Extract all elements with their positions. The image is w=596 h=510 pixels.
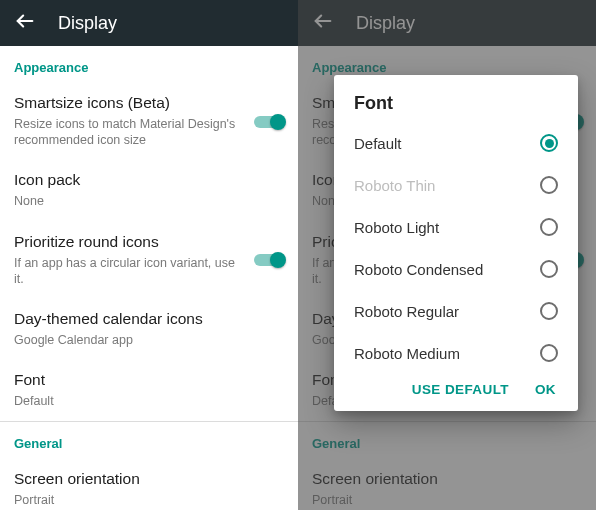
- font-option-roboto-condensed[interactable]: Roboto Condensed: [334, 248, 578, 290]
- font-option-roboto-regular[interactable]: Roboto Regular: [334, 290, 578, 332]
- radio-icon: [540, 344, 558, 362]
- item-sub: None: [14, 193, 284, 209]
- stage: Display Appearance Smartsize icons (Beta…: [0, 0, 596, 510]
- radio-icon: [540, 176, 558, 194]
- option-label: Roboto Medium: [354, 345, 460, 362]
- item-sub: If an app has a circular icon variant, u…: [14, 255, 284, 288]
- item-title: Font: [14, 370, 284, 391]
- dialog-options: Default Roboto Thin Roboto Light Roboto …: [334, 122, 578, 374]
- option-label: Roboto Thin: [354, 177, 435, 194]
- option-label: Roboto Condensed: [354, 261, 483, 278]
- toggle-switch[interactable]: [254, 112, 284, 132]
- settings-list: Appearance Smartsize icons (Beta) Resize…: [0, 46, 298, 510]
- option-label: Roboto Light: [354, 219, 439, 236]
- radio-icon: [540, 134, 558, 152]
- appbar: Display: [0, 0, 298, 46]
- use-default-button[interactable]: USE DEFAULT: [412, 382, 509, 397]
- item-sub: Portrait: [14, 492, 284, 508]
- item-font[interactable]: Font Default: [0, 360, 298, 421]
- item-title: Prioritize round icons: [14, 232, 284, 253]
- item-icon-pack[interactable]: Icon pack None: [0, 160, 298, 221]
- item-title: Screen orientation: [14, 469, 284, 490]
- item-title: Icon pack: [14, 170, 284, 191]
- item-title: Day-themed calendar icons: [14, 309, 284, 330]
- font-option-default[interactable]: Default: [334, 122, 578, 164]
- radio-icon: [540, 302, 558, 320]
- back-arrow-icon[interactable]: [14, 10, 36, 36]
- section-header-appearance: Appearance: [0, 46, 298, 83]
- option-label: Roboto Regular: [354, 303, 459, 320]
- toggle-switch[interactable]: [254, 250, 284, 270]
- section-header-general: General: [0, 422, 298, 459]
- font-option-roboto-thin[interactable]: Roboto Thin: [334, 164, 578, 206]
- appbar-title: Display: [58, 13, 117, 34]
- ok-button[interactable]: OK: [535, 382, 556, 397]
- radio-icon: [540, 260, 558, 278]
- item-prioritize-round-icons[interactable]: Prioritize round icons If an app has a c…: [0, 222, 298, 299]
- left-pane: Display Appearance Smartsize icons (Beta…: [0, 0, 298, 510]
- item-sub: Default: [14, 393, 284, 409]
- item-sub: Resize icons to match Material Design's …: [14, 116, 284, 149]
- item-sub: Google Calendar app: [14, 332, 284, 348]
- item-screen-orientation[interactable]: Screen orientation Portrait: [0, 459, 298, 510]
- font-option-roboto-light[interactable]: Roboto Light: [334, 206, 578, 248]
- dialog-actions: USE DEFAULT OK: [334, 374, 578, 401]
- right-pane: Display Appearance Smartsize icons (Beta…: [298, 0, 596, 510]
- option-label: Default: [354, 135, 402, 152]
- radio-icon: [540, 218, 558, 236]
- dialog-title: Font: [334, 93, 578, 122]
- font-option-roboto-medium[interactable]: Roboto Medium: [334, 332, 578, 374]
- item-smartsize-icons[interactable]: Smartsize icons (Beta) Resize icons to m…: [0, 83, 298, 160]
- item-title: Smartsize icons (Beta): [14, 93, 284, 114]
- font-dialog: Font Default Roboto Thin Roboto Light Ro…: [334, 75, 578, 411]
- item-day-themed-calendar[interactable]: Day-themed calendar icons Google Calenda…: [0, 299, 298, 360]
